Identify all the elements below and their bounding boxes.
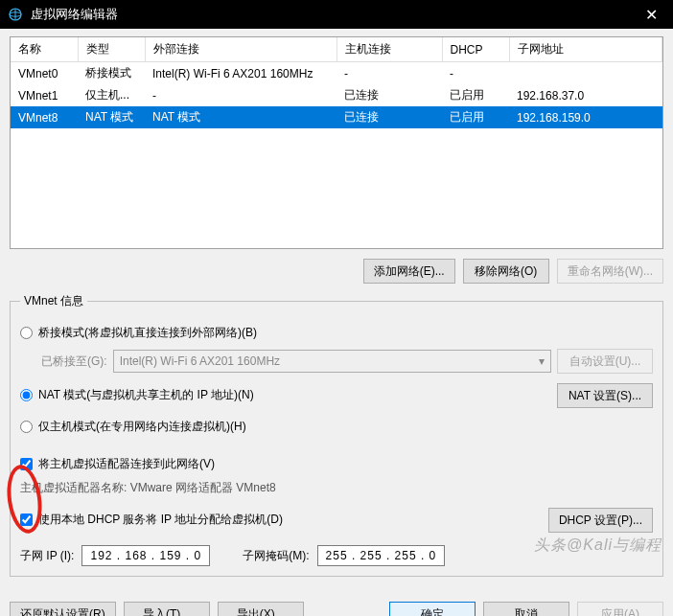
bridge-radio[interactable]	[20, 327, 33, 339]
host-only-row: 仅主机模式(在专用网络内连接虚拟机)(H)	[20, 419, 653, 435]
nat-radio-label: NAT 模式(与虚拟机共享主机的 IP 地址)(N)	[38, 387, 254, 403]
table-row[interactable]: VMnet0 桥接模式 Intel(R) Wi-Fi 6 AX201 160MH…	[11, 62, 662, 85]
bottom-bar: 还原默认设置(R) 导入(T)... 导出(X)... 确定 取消 应用(A)	[0, 594, 673, 616]
rename-network-button: 重命名网络(W)...	[557, 259, 663, 284]
bridge-adapter-select: Intel(R) Wi-Fi 6 AX201 160MHz ▾	[113, 350, 551, 373]
remove-network-button[interactable]: 移除网络(O)	[463, 259, 549, 284]
subnet-row: 子网 IP (I): 192 . 168 . 159 . 0 子网掩码(M): …	[20, 545, 653, 566]
subnet-ip-input[interactable]: 192 . 168 . 159 . 0	[81, 545, 210, 566]
import-button[interactable]: 导入(T)...	[124, 602, 210, 616]
col-host[interactable]: 主机连接	[336, 37, 442, 62]
bridge-to-label: 已桥接至(G):	[41, 354, 107, 370]
titlebar: 虚拟网络编辑器 ✕	[0, 0, 673, 29]
close-button[interactable]: ✕	[637, 6, 665, 24]
col-dhcp[interactable]: DHCP	[442, 37, 509, 62]
table-header-row: 名称 类型 外部连接 主机连接 DHCP 子网地址	[11, 37, 662, 62]
network-table[interactable]: 名称 类型 外部连接 主机连接 DHCP 子网地址 VMnet0 桥接模式 In…	[10, 36, 663, 249]
host-adapter-name: 主机虚拟适配器名称: VMware 网络适配器 VMnet8	[20, 480, 653, 496]
subnet-mask-input[interactable]: 255 . 255 . 255 . 0	[317, 545, 446, 566]
col-subnet[interactable]: 子网地址	[509, 37, 662, 62]
subnet-mask-label: 子网掩码(M):	[243, 548, 309, 564]
host-only-radio-label: 仅主机模式(在专用网络内连接虚拟机)(H)	[38, 419, 246, 435]
window-title: 虚拟网络编辑器	[31, 6, 637, 23]
col-type[interactable]: 类型	[78, 37, 145, 62]
cancel-button[interactable]: 取消	[483, 602, 569, 616]
host-only-radio[interactable]	[20, 421, 33, 433]
table-row[interactable]: VMnet1 仅主机... - 已连接 已启用 192.168.37.0	[11, 84, 662, 106]
vmnet-info-fieldset: VMnet 信息 桥接模式(将虚拟机直接连接到外部网络)(B) 已桥接至(G):…	[10, 293, 663, 577]
restore-defaults-button[interactable]: 还原默认设置(R)	[10, 602, 116, 616]
connect-host-label: 将主机虚拟适配器连接到此网络(V)	[38, 456, 215, 472]
content-area: 名称 类型 外部连接 主机连接 DHCP 子网地址 VMnet0 桥接模式 In…	[0, 29, 673, 594]
app-icon	[8, 7, 23, 22]
subnet-ip-label: 子网 IP (I):	[20, 548, 74, 564]
network-buttons-row: 添加网络(E)... 移除网络(O) 重命名网络(W)...	[10, 259, 663, 284]
bridge-mode-row: 桥接模式(将虚拟机直接连接到外部网络)(B)	[20, 325, 653, 341]
connect-host-checkbox[interactable]	[20, 458, 33, 470]
auto-set-button: 自动设置(U)...	[557, 349, 653, 374]
apply-button: 应用(A)	[577, 602, 663, 616]
col-ext[interactable]: 外部连接	[145, 37, 336, 62]
col-name[interactable]: 名称	[11, 37, 78, 62]
ok-button[interactable]: 确定	[389, 602, 476, 616]
bridge-radio-label: 桥接模式(将虚拟机直接连接到外部网络)(B)	[38, 325, 257, 341]
bridge-to-row: 已桥接至(G): Intel(R) Wi-Fi 6 AX201 160MHz ▾…	[41, 349, 653, 374]
connect-host-row: 将主机虚拟适配器连接到此网络(V)	[20, 456, 653, 472]
dhcp-settings-button[interactable]: DHCP 设置(P)...	[548, 508, 653, 533]
table-row[interactable]: VMnet8 NAT 模式 NAT 模式 已连接 已启用 192.168.159…	[11, 106, 662, 128]
vmnet-info-legend: VMnet 信息	[20, 293, 87, 309]
dhcp-checkbox[interactable]	[20, 513, 33, 526]
nat-settings-button[interactable]: NAT 设置(S)...	[557, 383, 653, 408]
nat-radio[interactable]	[20, 389, 33, 401]
dhcp-row: 使用本地 DHCP 服务将 IP 地址分配给虚拟机(D) DHCP 设置(P).…	[20, 504, 653, 536]
chevron-down-icon: ▾	[539, 354, 545, 368]
dhcp-check-label: 使用本地 DHCP 服务将 IP 地址分配给虚拟机(D)	[38, 512, 283, 528]
add-network-button[interactable]: 添加网络(E)...	[363, 259, 455, 284]
export-button[interactable]: 导出(X)...	[218, 602, 304, 616]
nat-mode-row: NAT 模式(与虚拟机共享主机的 IP 地址)(N) NAT 设置(S)...	[20, 379, 653, 411]
